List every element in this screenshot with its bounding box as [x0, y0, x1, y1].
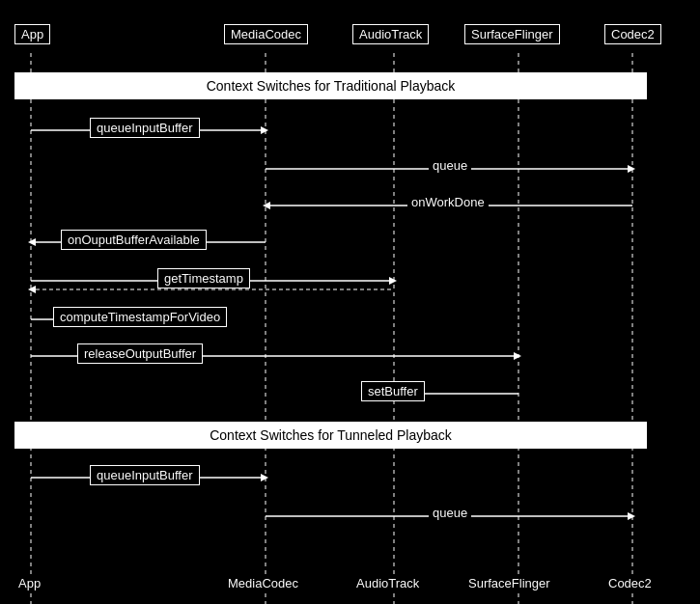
svg-marker-6 — [261, 126, 268, 134]
release-output-1: releaseOutputBuffer — [77, 343, 203, 364]
svg-marker-19 — [514, 352, 521, 360]
section1-bar: Context Switches for Traditional Playbac… — [14, 72, 647, 99]
queue-2: queue — [429, 504, 471, 522]
diagram-container: App MediaCodec AudioTrack SurfaceFlinger… — [0, 0, 700, 604]
svg-marker-16 — [28, 286, 36, 293]
queue-1: queue — [429, 156, 471, 175]
mediacodec-bottom-label: MediaCodec — [224, 574, 302, 592]
svg-marker-8 — [628, 165, 635, 173]
audiotrack-bottom-label: AudioTrack — [352, 574, 423, 592]
get-timestamp-1: getTimestamp — [157, 268, 250, 288]
codec2-top-label: Codec2 — [604, 24, 661, 44]
surfaceflinger-top-label: SurfaceFlinger — [464, 24, 560, 44]
svg-marker-12 — [28, 238, 36, 246]
svg-marker-10 — [263, 202, 270, 209]
audiotrack-top-label: AudioTrack — [352, 24, 429, 44]
svg-marker-25 — [628, 512, 635, 520]
section2-bar: Context Switches for Tunneled Playback — [14, 422, 647, 449]
queue-input-buffer-2: queueInputBuffer — [90, 465, 200, 485]
surfaceflinger-bottom-label: SurfaceFlinger — [464, 574, 554, 592]
on-work-done-1: onWorkDone — [407, 193, 489, 211]
mediacodec-top-label: MediaCodec — [224, 24, 308, 44]
app-top-label: App — [14, 24, 50, 44]
set-buffer-1: setBuffer — [361, 381, 425, 401]
on-ouput-buffer-1: onOuputBufferAvailable — [61, 230, 207, 250]
svg-marker-23 — [261, 474, 268, 481]
compute-ts-1: computeTimestampForVideo — [53, 307, 227, 327]
codec2-bottom-label: Codec2 — [604, 574, 656, 592]
queue-input-buffer-1: queueInputBuffer — [90, 118, 200, 138]
app-bottom-label: App — [14, 574, 44, 592]
svg-marker-14 — [389, 277, 397, 285]
